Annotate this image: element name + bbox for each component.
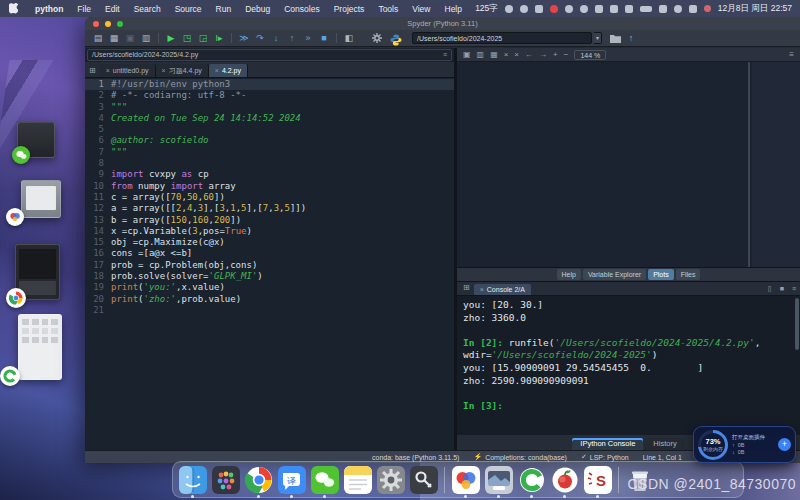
menu-file[interactable]: File xyxy=(70,4,98,14)
remove-plot-icon[interactable]: × xyxy=(504,50,509,59)
bluetooth-icon[interactable] xyxy=(625,5,633,13)
menu-tools[interactable]: Tools xyxy=(371,4,405,14)
launchpad-icon[interactable] xyxy=(211,465,240,494)
step-into-icon[interactable]: ↓ xyxy=(269,32,283,45)
completions-status[interactable]: ⚡Completions: conda(base) xyxy=(473,453,566,461)
menu-debug[interactable]: Debug xyxy=(238,4,277,14)
preferences-icon[interactable] xyxy=(370,32,384,45)
save-all-icon[interactable]: ▥ xyxy=(139,32,153,45)
code-line[interactable]: 5 xyxy=(85,124,454,135)
ime-char-count[interactable]: 125字 xyxy=(475,3,498,15)
shapes-icon[interactable] xyxy=(565,5,573,13)
settings-icon[interactable] xyxy=(376,465,405,494)
run-icon[interactable]: ▶ xyxy=(164,32,178,45)
plots-display-area[interactable] xyxy=(457,62,800,268)
cloud-icon[interactable] xyxy=(580,5,588,13)
display-icon[interactable] xyxy=(595,5,603,13)
step-out-icon[interactable]: ↑ xyxy=(285,32,299,45)
run-selection-icon[interactable]: I▸ xyxy=(212,32,226,45)
code-line[interactable]: 10from numpy import array xyxy=(85,181,454,192)
editor-tab-习题4.4.py[interactable]: ×习题4.4.py xyxy=(156,64,209,77)
save-all-plots-icon[interactable]: ▥ xyxy=(477,50,485,59)
code-line[interactable]: 8 xyxy=(85,158,454,169)
code-line[interactable]: 6@author: scofieldo xyxy=(85,135,454,146)
plots-splitter[interactable] xyxy=(748,62,750,267)
pane-tab-help[interactable]: Help xyxy=(557,269,581,280)
zoom-out-icon[interactable]: − xyxy=(564,50,569,59)
code-editor[interactable]: 1#!/usr/bin/env python32# -*- codiarng: … xyxy=(85,78,454,450)
code-line[interactable]: 21 xyxy=(85,305,454,316)
input-source-icon[interactable] xyxy=(505,5,513,13)
pane-tab-plots[interactable]: Plots xyxy=(648,269,674,280)
editor-tab-4.2.py[interactable]: ×4.2.py xyxy=(209,64,248,77)
console-tab[interactable]: × Console 2/A xyxy=(474,284,531,295)
code-line[interactable]: 19print('you:',x.value) xyxy=(85,282,454,293)
next-plot-icon[interactable]: → xyxy=(539,50,547,59)
code-line[interactable]: 14x =cp.Variable(3,pos=True) xyxy=(85,226,454,237)
close-tab-icon[interactable]: × xyxy=(480,286,484,293)
code-line[interactable]: 17prob = cp.Problem(obj,cons) xyxy=(85,260,454,271)
code-line[interactable]: 12a = array([[2,4,3],[3,1,5],[7,3,5]]) xyxy=(85,203,454,214)
menu-run[interactable]: Run xyxy=(209,4,239,14)
open-dir-icon[interactable] xyxy=(608,32,622,45)
bottom-tab-history[interactable]: History xyxy=(645,438,684,450)
zoom-in-icon[interactable]: + xyxy=(553,50,558,59)
finder-icon[interactable] xyxy=(178,465,207,494)
open-file-icon[interactable]: ▦ xyxy=(107,32,121,45)
editor-options-icon[interactable]: ≡ xyxy=(443,50,447,60)
browse-tabs-icon[interactable]: ⊞ xyxy=(463,283,470,292)
console-options-menu-icon[interactable]: ≡ xyxy=(792,285,796,292)
ipython-console[interactable]: you: [20. 30.]zho: 3360.0 In [2]: runfil… xyxy=(457,296,800,435)
code-line[interactable]: 4Created on Tue Sep 24 14:14:52 2024 xyxy=(85,113,454,124)
remove-all-plots-icon[interactable]: × xyxy=(514,50,519,59)
run-cell-advance-icon[interactable]: ◲ xyxy=(196,32,210,45)
chrome-icon[interactable] xyxy=(244,465,273,494)
circles-app-window-thumbnail[interactable] xyxy=(21,180,61,218)
desktop-plugin-label[interactable]: 打开桌面插件 xyxy=(732,434,778,441)
apple-app-icon[interactable] xyxy=(550,465,579,494)
s-app-icon[interactable]: S xyxy=(583,465,612,494)
maximize-pane-icon[interactable]: ◧ xyxy=(342,32,356,45)
menu-python[interactable]: python xyxy=(28,4,70,14)
parent-dir-icon[interactable]: ↑ xyxy=(624,32,638,45)
menu-projects[interactable]: Projects xyxy=(327,4,372,14)
circles-app-icon[interactable] xyxy=(451,465,480,494)
pane-tab-variable-explorer[interactable]: Variable Explorer xyxy=(583,269,646,280)
menu-consoles[interactable]: Consoles xyxy=(277,4,326,14)
wifi-icon[interactable] xyxy=(659,5,667,13)
copy-plot-icon[interactable]: ▦ xyxy=(490,50,498,59)
memory-widget[interactable]: 73% 剩余内存 打开桌面插件 ↑0B ↓0B + xyxy=(693,426,796,463)
console-scrollbar[interactable] xyxy=(795,298,799,350)
code-line[interactable]: 13b = array([150,160,200]) xyxy=(85,215,454,226)
code-line[interactable]: 16cons =[a@x <=b] xyxy=(85,248,454,259)
notification-icon[interactable] xyxy=(704,5,711,12)
green-ring-app-window-thumbnail[interactable] xyxy=(18,314,62,380)
search-icon[interactable] xyxy=(674,5,682,13)
code-line[interactable]: 15obj =cp.Maximize(c@x) xyxy=(85,237,454,248)
save-plot-icon[interactable]: ▣ xyxy=(463,50,471,59)
plots-thumbnail-strip[interactable] xyxy=(752,62,800,267)
record-icon[interactable] xyxy=(550,5,558,13)
code-line[interactable]: 18prob.solve(solver='GLPK_MI') xyxy=(85,271,454,282)
apple-menu-icon[interactable] xyxy=(9,3,18,14)
working-directory-combo[interactable]: /Users/scofieldo/2024-2025 xyxy=(412,32,592,44)
translate-icon[interactable]: 译 xyxy=(277,465,306,494)
add-widget-button[interactable]: + xyxy=(778,438,791,451)
debug-icon[interactable]: ≫ xyxy=(237,32,251,45)
keyboard-icon[interactable] xyxy=(535,5,543,13)
notes-icon[interactable] xyxy=(343,465,372,494)
menu-source[interactable]: Source xyxy=(168,4,209,14)
continue-icon[interactable]: » xyxy=(301,32,315,45)
code-line[interactable]: 3""" xyxy=(85,102,454,113)
close-tab-icon[interactable]: × xyxy=(162,67,166,74)
battery-icon[interactable] xyxy=(640,6,652,12)
code-line[interactable]: 11c = array([70,50,60]) xyxy=(85,192,454,203)
run-cell-icon[interactable]: ◳ xyxy=(180,32,194,45)
code-line[interactable]: 20print('zho:',prob.value) xyxy=(85,294,454,305)
close-tab-icon[interactable]: × xyxy=(215,67,219,74)
interrupt-icon[interactable]: ■ xyxy=(780,285,784,292)
stop-icon[interactable]: ■ xyxy=(317,32,331,45)
bottom-tab-ipython-console[interactable]: IPython Console xyxy=(572,438,643,450)
wechat-icon[interactable] xyxy=(310,465,339,494)
plots-options-menu-icon[interactable]: ≡ xyxy=(789,50,794,59)
